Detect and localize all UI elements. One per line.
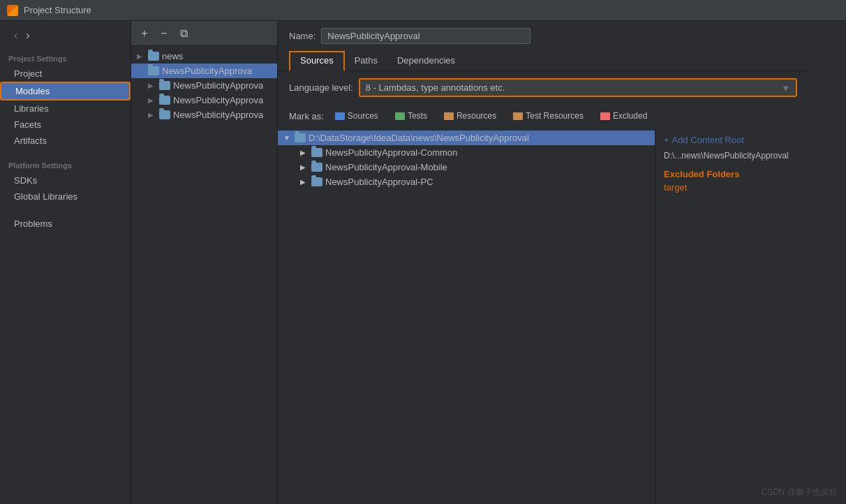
tree-child-1[interactable]: ▶ NewsPublicityApproval-Common (278, 145, 655, 160)
tab-paths[interactable]: Paths (345, 51, 387, 71)
detail-panel: Name: Sources Paths Dependencies Languag… (278, 21, 808, 504)
module-item-news[interactable]: ▶ news (131, 49, 277, 64)
platform-settings-label: Platform Settings (0, 154, 131, 172)
lang-select[interactable]: 8 - Lambdas, type annotations etc. 11 - … (360, 80, 796, 96)
watermark: CSDN @狮子也疯狂 (761, 487, 838, 498)
content-root-path: D:\...news\NewsPublicityApproval (664, 151, 800, 161)
expand-icon: ▶ (300, 149, 309, 156)
mark-tests-button[interactable]: Tests (389, 110, 433, 122)
expand-icon: ▼ (283, 134, 292, 142)
sidebar-item-project[interactable]: Project (0, 66, 131, 82)
folder-icon (148, 52, 159, 61)
resources-icon (444, 112, 454, 120)
expand-icon: ▶ (300, 178, 309, 186)
mark-resources-button[interactable]: Resources (438, 110, 502, 122)
sidebar-item-global-libraries[interactable]: Global Libraries (0, 188, 131, 205)
tree-child-label: NewsPublicityApproval-PC (325, 177, 433, 187)
tab-sources[interactable]: Sources (289, 51, 345, 71)
tree-child-2[interactable]: ▶ NewsPublicityApproval-Mobile (278, 160, 655, 175)
copy-module-button[interactable]: ⧉ (176, 26, 191, 41)
resources-label: Resources (457, 111, 496, 121)
test-resources-label: Test Resources (526, 111, 584, 121)
sidebar-item-libraries[interactable]: Libraries (0, 101, 131, 117)
mark-as-row: Mark as: Sources Tests Resources Test Re… (278, 104, 808, 128)
mark-sources-button[interactable]: Sources (329, 110, 384, 122)
name-input[interactable] (321, 28, 530, 44)
tabs-row: Sources Paths Dependencies (278, 51, 808, 71)
module-toolbar: + − ⧉ (131, 21, 277, 46)
excluded-label: Excluded (613, 111, 647, 121)
excluded-icon (600, 112, 610, 120)
remove-module-button[interactable]: − (156, 26, 172, 41)
folder-icon (159, 81, 170, 90)
tree-panel: ▼ D:\DataStorage\IdeaData\news\NewsPubli… (278, 128, 655, 504)
folder-icon (311, 177, 322, 186)
tab-dependencies[interactable]: Dependencies (387, 51, 465, 71)
add-module-button[interactable]: + (137, 26, 152, 41)
expand-icon: ▶ (148, 111, 156, 119)
forward-arrow[interactable]: › (23, 28, 32, 43)
folder-icon (311, 163, 322, 172)
mark-excluded-button[interactable]: Excluded (595, 110, 653, 122)
add-content-root-label: Add Content Root (672, 135, 744, 145)
add-content-root-button[interactable]: + Add Content Root (664, 135, 800, 145)
sidebar-top: ‹ › (0, 21, 131, 47)
tree-child-3[interactable]: ▶ NewsPublicityApproval-PC (278, 175, 655, 189)
mark-as-label: Mark as: (289, 111, 324, 121)
tests-icon (395, 112, 405, 120)
title-bar-text: Project Structure (24, 5, 91, 15)
center-panel: + − ⧉ ▶ news NewsPublicityApprova ▶ News… (131, 21, 278, 504)
module-name: news (162, 51, 183, 61)
nav-arrows: ‹ › (6, 25, 125, 46)
expand-icon: ▶ (137, 52, 145, 60)
expand-icon: ▶ (148, 82, 156, 89)
sources-icon (335, 112, 345, 120)
tree-root-item[interactable]: ▼ D:\DataStorage\IdeaData\news\NewsPubli… (278, 131, 655, 145)
module-item-4[interactable]: ▶ NewsPublicityApprova (131, 108, 277, 122)
sources-label: Sources (348, 111, 378, 121)
name-row: Name: (278, 21, 808, 51)
title-bar: Project Structure (0, 0, 846, 21)
excluded-folders-label: Excluded Folders (664, 169, 800, 179)
info-panel: + Add Content Root D:\...news\NewsPublic… (655, 128, 808, 504)
module-item-2[interactable]: ▶ NewsPublicityApprova (131, 78, 277, 93)
project-settings-label: Project Settings (0, 47, 131, 66)
module-name: NewsPublicityApprova (173, 95, 263, 105)
expand-icon: ▶ (300, 163, 309, 171)
sidebar-item-modules[interactable]: Modules (0, 82, 131, 101)
sidebar: ‹ › Project Settings Project Modules Lib… (0, 21, 131, 504)
lang-label: Language level: (289, 82, 353, 93)
mark-test-resources-button[interactable]: Test Resources (507, 110, 589, 122)
content-area: ▼ D:\DataStorage\IdeaData\news\NewsPubli… (278, 128, 808, 504)
module-name: NewsPublicityApprova (173, 110, 263, 120)
folder-icon (159, 110, 170, 119)
folder-icon (311, 148, 322, 157)
module-name: NewsPublicityApprova (162, 66, 252, 76)
test-resources-icon (513, 112, 523, 120)
module-item-1[interactable]: NewsPublicityApprova (131, 64, 277, 78)
app-icon (7, 5, 18, 16)
folder-icon (159, 96, 170, 105)
tree-child-label: NewsPublicityApproval-Common (325, 147, 457, 158)
lang-row: Language level: 8 - Lambdas, type annota… (278, 71, 808, 104)
lang-select-wrapper: 8 - Lambdas, type annotations etc. 11 - … (359, 78, 797, 97)
module-item-3[interactable]: ▶ NewsPublicityApprova (131, 93, 277, 108)
folder-icon (295, 133, 306, 142)
excluded-folder-item: target (664, 182, 800, 193)
module-list: ▶ news NewsPublicityApprova ▶ NewsPublic… (131, 46, 277, 504)
sidebar-item-facets[interactable]: Facets (0, 117, 131, 133)
expand-icon: ▶ (148, 96, 156, 104)
sidebar-item-sdks[interactable]: SDKs (0, 172, 131, 188)
folder-icon (148, 66, 159, 75)
tests-label: Tests (408, 111, 427, 121)
back-arrow[interactable]: ‹ (11, 28, 20, 43)
main-layout: ‹ › Project Settings Project Modules Lib… (0, 21, 846, 504)
plus-icon: + (664, 135, 669, 145)
sidebar-item-problems[interactable]: Problems (0, 216, 131, 232)
sidebar-item-artifacts[interactable]: Artifacts (0, 133, 131, 149)
name-label: Name: (289, 31, 316, 41)
tree-root-path: D:\DataStorage\IdeaData\news\NewsPublici… (309, 133, 529, 143)
tree-child-label: NewsPublicityApproval-Mobile (325, 162, 447, 172)
module-name: NewsPublicityApprova (173, 80, 263, 91)
